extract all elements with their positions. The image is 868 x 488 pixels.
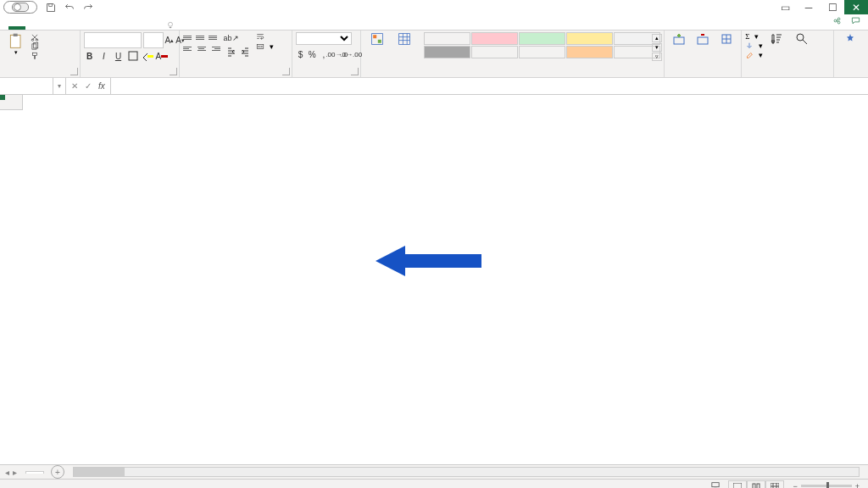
style-bad[interactable] [471,32,518,45]
style-neutral[interactable] [566,32,613,45]
horizontal-scrollbar[interactable] [73,467,860,477]
merge-center-button[interactable]: ▾ [256,42,274,51]
font-name-select[interactable] [84,32,142,48]
bold-button[interactable]: B [84,50,96,62]
page-break-view-button[interactable] [765,480,784,489]
underline-button[interactable]: U [113,50,125,62]
zoom-in-button[interactable]: + [855,482,860,489]
dialog-launcher-icon[interactable] [170,68,177,75]
name-box[interactable] [0,78,53,94]
comments-button[interactable] [851,16,863,25]
dialog-launcher-icon[interactable] [351,68,359,75]
border-button[interactable] [127,50,139,62]
decrease-indent-button[interactable] [225,46,237,58]
page-layout-view-button[interactable] [747,480,765,489]
cut-button[interactable] [31,33,42,42]
dialog-launcher-icon[interactable] [70,68,78,75]
italic-button[interactable]: I [98,50,110,62]
spreadsheet-grid[interactable]: ⌖ [0,95,868,464]
cancel-formula-button[interactable]: ✕ [71,81,78,91]
autosum-button[interactable]: Σ ▾ [745,32,763,41]
close-button[interactable]: ✕ [844,0,868,14]
cell-styles-gallery[interactable] [424,32,660,58]
gallery-more-button[interactable]: ▿ [652,53,662,61]
share-button[interactable] [832,16,844,25]
style-explanatory[interactable] [471,46,518,58]
enter-formula-button[interactable]: ✓ [85,81,92,91]
undo-icon[interactable] [64,3,75,13]
find-select-button[interactable] [790,32,814,47]
style-normal[interactable] [424,32,470,45]
sheet-nav-next[interactable]: ▸ [13,468,17,477]
redo-icon[interactable] [83,3,93,13]
sort-filter-button[interactable] [765,32,788,47]
style-check-cell[interactable] [424,46,470,58]
font-size-select[interactable] [143,32,164,48]
share-icon [832,16,842,25]
style-input[interactable] [566,46,613,58]
svg-rect-3 [14,34,18,36]
font-color-button[interactable]: A [156,50,168,62]
paste-button[interactable]: ▾ [3,32,29,56]
group-alignment: ab↗ ▾ [180,30,293,77]
fx-button[interactable]: fx [98,81,105,91]
conditional-formatting-button[interactable] [364,32,390,47]
maximize-button[interactable]: ☐ [821,0,844,14]
dialog-launcher-icon[interactable] [282,68,290,75]
name-box-dropdown[interactable]: ▾ [53,78,66,94]
style-hyperlink[interactable] [519,46,565,58]
group-clipboard: ▾ [0,30,81,77]
sheet-nav-prev[interactable]: ◂ [5,468,9,477]
save-icon[interactable] [46,3,56,13]
format-as-table-button[interactable] [392,32,417,47]
percent-button[interactable]: % [308,48,317,60]
ribbon-display-button[interactable]: ▭ [773,0,797,14]
display-settings-button[interactable] [711,481,720,489]
sheet-tab-bar: ◂ ▸ + [0,464,868,479]
insert-cells-button[interactable] [668,32,690,47]
align-right-button[interactable] [209,43,220,53]
increase-font-button[interactable]: A▴ [165,35,175,47]
copy-button[interactable] [31,42,42,51]
format-painter-button[interactable] [31,52,42,60]
autosave-toggle[interactable] [3,1,37,14]
align-middle-button[interactable] [196,32,208,42]
add-sheet-button[interactable]: + [51,465,64,479]
monitor-icon [711,481,720,489]
delete-cells-button[interactable] [692,32,714,47]
increase-indent-button[interactable] [239,46,251,58]
svg-marker-19 [376,246,481,276]
tell-me-search[interactable] [166,21,178,30]
style-good[interactable] [519,32,565,45]
scrollbar-thumb[interactable] [74,468,125,476]
zoom-slider[interactable] [801,485,852,487]
cut-icon [31,33,39,42]
orientation-button[interactable]: ab↗ [225,32,237,44]
fill-button[interactable]: ▾ [745,42,763,50]
ideas-icon [843,32,857,46]
minimize-button[interactable]: ─ [797,0,821,14]
clear-button[interactable]: ▾ [745,51,763,59]
svg-rect-21 [733,483,742,489]
column-headers[interactable] [22,95,868,109]
zoom-control[interactable]: − + [793,482,863,489]
fill-handle[interactable] [0,95,5,100]
ideas-button[interactable] [837,32,863,47]
align-bottom-button[interactable] [209,32,220,42]
align-center-button[interactable] [196,43,208,53]
title-bar: ▭ ─ ☐ ✕ [0,0,868,14]
align-top-button[interactable] [183,32,195,42]
wrap-text-button[interactable] [256,32,274,41]
decrease-decimal-button[interactable]: .0→.00 [345,48,357,60]
fill-color-button[interactable] [142,50,153,62]
sheet-tab[interactable] [25,471,44,474]
align-left-button[interactable] [183,43,195,53]
gallery-down-button[interactable]: ▾ [652,43,662,52]
format-cells-button[interactable] [715,32,737,47]
number-format-select[interactable] [296,32,352,45]
normal-view-button[interactable] [728,480,747,489]
tab-right-controls [832,16,863,25]
gallery-up-button[interactable]: ▴ [652,34,662,42]
zoom-out-button[interactable]: − [793,482,797,489]
accounting-button[interactable]: $ [296,48,305,60]
